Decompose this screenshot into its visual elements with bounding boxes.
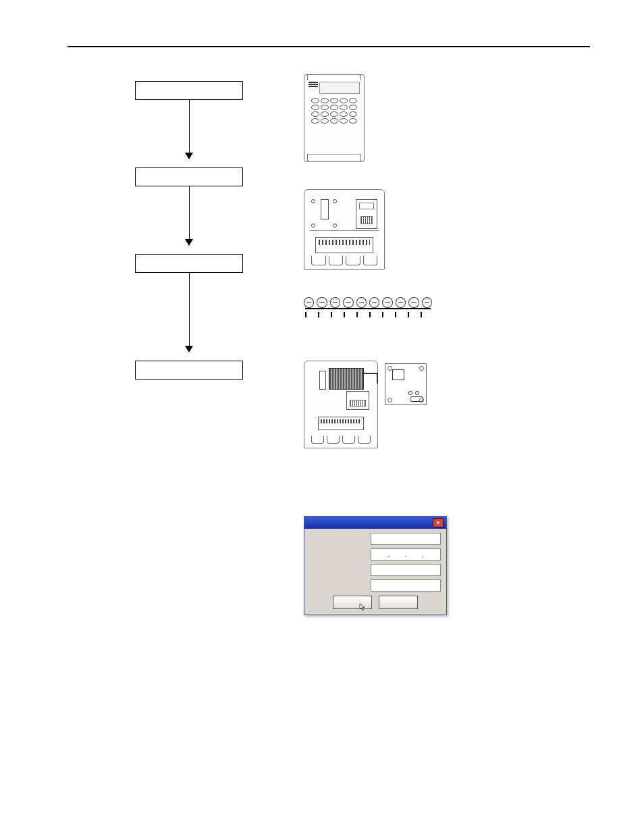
step-box-wire-power xyxy=(135,167,243,186)
step-box-mount-drive xyxy=(135,81,243,100)
mac-field[interactable] xyxy=(371,533,441,545)
running-header xyxy=(68,42,590,47)
ip-field[interactable]: . . . xyxy=(371,548,441,561)
illustration-config-dialog: × . . . xyxy=(304,516,447,615)
close-icon[interactable]: × xyxy=(433,518,444,527)
flowchart xyxy=(135,81,243,380)
flow-arrow xyxy=(135,186,243,254)
cancel-button[interactable] xyxy=(379,596,418,609)
flow-arrow xyxy=(135,100,243,167)
hostname-field[interactable] xyxy=(371,564,441,576)
dialog-titlebar: × xyxy=(304,517,446,529)
illustration-drive-front xyxy=(304,74,365,162)
description-field[interactable] xyxy=(371,579,441,592)
ethernet-adapter-icon xyxy=(385,363,427,405)
illustration-wire-power xyxy=(304,189,452,320)
ok-button[interactable] xyxy=(333,596,372,609)
cursor-icon xyxy=(359,603,367,611)
step-box-connect-adapter xyxy=(135,254,243,273)
flow-arrow xyxy=(135,273,243,361)
step-box-configure-adapter xyxy=(135,361,243,380)
terminal-strip xyxy=(304,297,432,320)
illustration-connect-adapter xyxy=(304,361,452,448)
illustration-column: × . . . xyxy=(304,74,452,615)
